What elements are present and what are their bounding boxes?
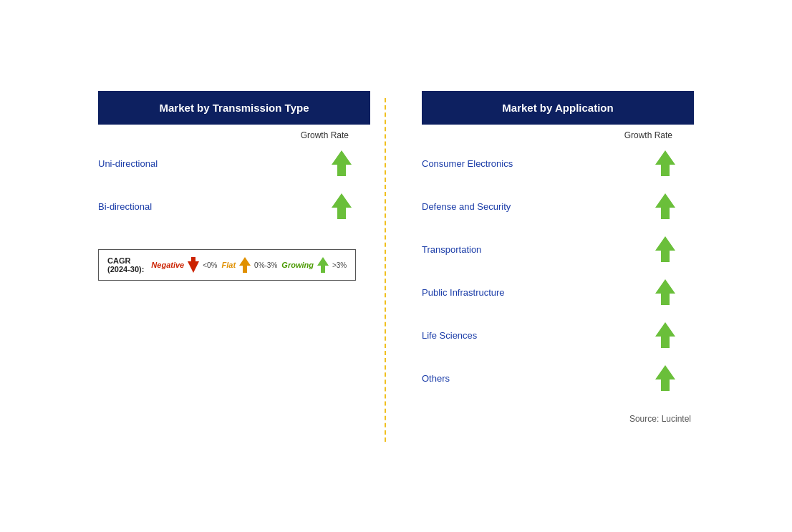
right-arrow-public-infrastructure: [644, 278, 687, 306]
svg-marker-4: [317, 257, 329, 273]
right-row-public-infrastructure: Public Infrastructure: [422, 271, 694, 314]
right-label-transportation: Transportation: [422, 244, 644, 255]
legend-flat-label: Flat: [222, 261, 236, 269]
svg-marker-7: [655, 236, 675, 262]
svg-marker-1: [332, 193, 352, 219]
legend-flat-range: 0%-3%: [254, 261, 277, 269]
legend-box: CAGR(2024-30): Negative <0% Flat 0%-3%: [98, 249, 356, 281]
green-up-arrow-icon-pi: [654, 278, 677, 306]
right-arrow-defense-security: [644, 192, 687, 221]
right-arrow-others: [644, 364, 687, 392]
right-label-life-sciences: Life Sciences: [422, 330, 644, 341]
green-up-arrow-icon-oth: [654, 364, 677, 392]
green-up-arrow-icon-ds: [654, 192, 677, 221]
vertical-divider: [385, 98, 386, 442]
source-label: Source: Lucintel: [422, 414, 694, 424]
content-area: Market by Transmission Type Growth Rate …: [98, 91, 694, 442]
green-up-arrow-icon-ls: [654, 321, 677, 349]
legend-growing: Growing >3%: [281, 256, 347, 274]
legend-negative-range: <0%: [203, 261, 217, 269]
right-row-transportation: Transportation: [422, 228, 694, 271]
legend-growing-label: Growing: [281, 261, 314, 269]
svg-marker-9: [655, 322, 675, 348]
right-row-defense-security: Defense and Security: [422, 185, 694, 228]
right-label-defense-security: Defense and Security: [422, 201, 644, 212]
legend-cagr-label: CAGR(2024-30):: [107, 256, 144, 274]
left-panel-header: Market by Transmission Type: [98, 91, 370, 125]
left-arrow-unidirectional: [320, 149, 363, 178]
left-arrow-bidirectional: [320, 192, 363, 221]
right-row-life-sciences: Life Sciences: [422, 314, 694, 357]
right-row-consumer-electronics: Consumer Electronics: [422, 142, 694, 185]
svg-marker-3: [239, 257, 251, 273]
legend-flat: Flat 0%-3%: [222, 256, 278, 274]
left-row-unidirectional: Uni-directional: [98, 142, 370, 185]
right-label-others: Others: [422, 373, 644, 384]
right-label-public-infrastructure: Public Infrastructure: [422, 287, 644, 298]
green-up-arrow-icon-legend: [316, 256, 330, 274]
right-growth-rate-label: Growth Rate: [624, 130, 672, 140]
green-up-arrow-icon-2: [330, 192, 353, 221]
right-growth-rate-row: Growth Rate: [422, 130, 694, 140]
green-up-arrow-icon-tr: [654, 235, 677, 263]
svg-marker-8: [655, 279, 675, 305]
left-growth-rate-label: Growth Rate: [301, 130, 349, 140]
left-row-bidirectional: Bi-directional: [98, 185, 370, 228]
svg-marker-10: [655, 365, 675, 391]
red-down-arrow-icon: [186, 256, 201, 274]
left-panel: Market by Transmission Type Growth Rate …: [98, 91, 370, 281]
left-growth-rate-row: Growth Rate: [98, 130, 370, 140]
orange-up-arrow-icon: [238, 256, 252, 274]
right-arrow-life-sciences: [644, 321, 687, 349]
legend-negative: Negative <0%: [151, 256, 217, 274]
svg-marker-6: [655, 193, 675, 219]
right-arrow-transportation: [644, 235, 687, 263]
right-panel-header: Market by Application: [422, 91, 694, 125]
left-label-bidirectional: Bi-directional: [98, 201, 320, 212]
svg-marker-2: [188, 257, 199, 273]
page-wrapper: Market by Transmission Type Growth Rate …: [0, 0, 792, 532]
right-label-consumer-electronics: Consumer Electronics: [422, 158, 644, 169]
right-arrow-consumer-electronics: [644, 149, 687, 178]
left-label-unidirectional: Uni-directional: [98, 158, 320, 169]
svg-marker-5: [655, 150, 675, 176]
right-row-others: Others: [422, 357, 694, 400]
green-up-arrow-icon-ce: [654, 149, 677, 178]
right-panel: Market by Application Growth Rate Consum…: [422, 91, 694, 425]
legend-growing-range: >3%: [332, 261, 347, 269]
legend-negative-label: Negative: [151, 261, 184, 269]
green-up-arrow-icon: [330, 149, 353, 178]
svg-marker-0: [332, 150, 352, 176]
